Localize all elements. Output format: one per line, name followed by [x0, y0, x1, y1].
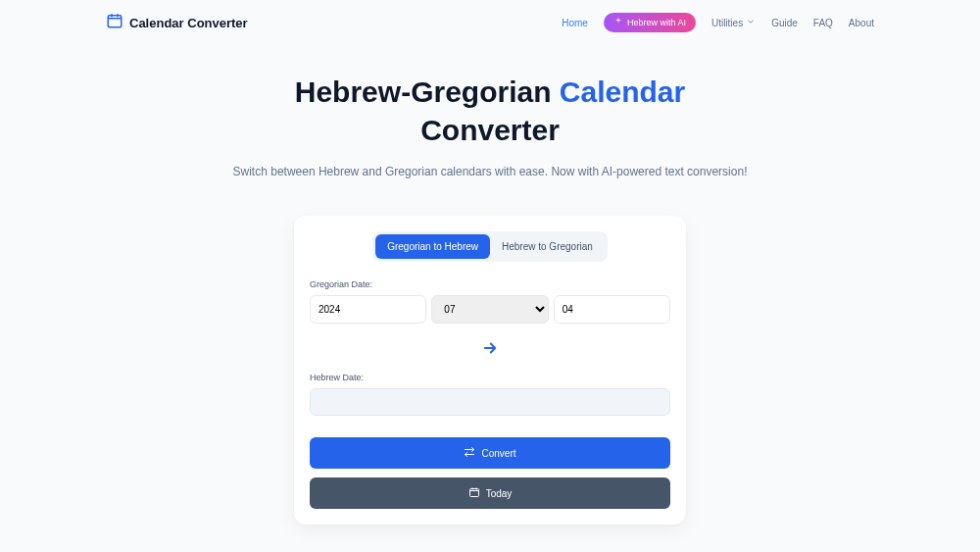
convert-button[interactable]: Convert — [310, 437, 670, 469]
tab-gregorian-to-hebrew[interactable]: Gregorian to Hebrew — [375, 234, 490, 259]
chevron-down-icon — [746, 17, 756, 28]
arrow-right-icon — [481, 339, 499, 361]
nav-hebrew-ai[interactable]: Hebrew with AI — [604, 13, 696, 32]
nav-faq[interactable]: FAQ — [813, 18, 833, 28]
page-title: Hebrew-Gregorian Calendar Converter — [20, 73, 960, 149]
brand-title: Calendar Converter — [129, 16, 248, 30]
tab-hebrew-to-gregorian[interactable]: Hebrew to Gregorian — [490, 234, 605, 259]
year-input[interactable] — [310, 295, 426, 324]
top-nav: Calendar Converter Home Hebrew with AI U… — [0, 0, 980, 45]
brand[interactable]: Calendar Converter — [106, 12, 248, 33]
svg-rect-0 — [108, 16, 122, 27]
hebrew-date-output — [310, 388, 670, 416]
sparkle-icon — [613, 17, 623, 28]
nav-about[interactable]: About — [849, 18, 874, 28]
nav-utilities[interactable]: Utilities — [711, 17, 756, 28]
today-button-label: Today — [486, 488, 513, 499]
page-subtitle: Switch between Hebrew and Gregorian cale… — [20, 165, 960, 178]
nav-hebrew-ai-label: Hebrew with AI — [627, 18, 686, 27]
svg-rect-1 — [469, 489, 478, 497]
nav-links: Home Hebrew with AI Utilities Guide FAQ … — [562, 13, 874, 32]
arrow-row — [310, 324, 670, 373]
nav-home[interactable]: Home — [562, 18, 588, 28]
converter-card: Gregorian to Hebrew Hebrew to Gregorian … — [294, 216, 686, 525]
month-select[interactable]: 07 — [431, 295, 548, 324]
title-accent: Calendar — [560, 75, 685, 108]
day-input[interactable] — [554, 295, 670, 324]
today-button[interactable]: Today — [310, 477, 670, 509]
nav-guide[interactable]: Guide — [771, 18, 798, 28]
direction-tabs: Gregorian to Hebrew Hebrew to Gregorian — [372, 231, 608, 262]
convert-button-label: Convert — [481, 448, 515, 459]
gregorian-date-row: 07 — [310, 295, 670, 324]
gregorian-date-label: Gregorian Date: — [310, 279, 670, 289]
swap-icon — [464, 446, 475, 460]
hebrew-date-label: Hebrew Date: — [310, 373, 670, 382]
hero: Hebrew-Gregorian Calendar Converter Swit… — [0, 45, 980, 188]
title-part1: Hebrew-Gregorian — [295, 75, 560, 108]
title-part2: Converter — [420, 114, 560, 146]
calendar-small-icon — [468, 486, 480, 500]
nav-utilities-label: Utilities — [711, 18, 743, 28]
calendar-icon — [106, 12, 123, 33]
